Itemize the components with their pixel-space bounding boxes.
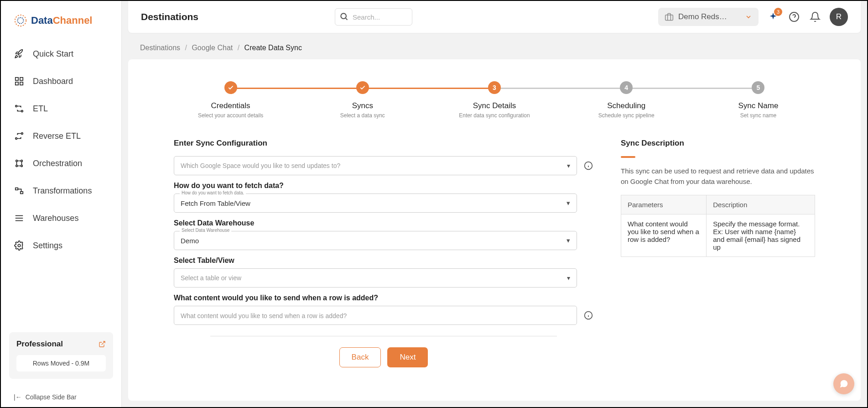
table-row: What content would you like to send when…	[621, 214, 815, 257]
nav-label: Transformations	[33, 186, 92, 196]
rows-moved-badge: Rows Moved - 0.9M	[16, 355, 106, 371]
nav-quick-start[interactable]: Quick Start	[1, 40, 121, 68]
content-label: What content would you like to send when…	[174, 294, 593, 302]
fetch-data-select[interactable]: How do you want to fetch data. Fetch Fro…	[174, 194, 577, 213]
nav-label: Reverse ETL	[33, 131, 81, 141]
step[interactable]: Credentials Select your account details	[165, 81, 296, 119]
nav-settings[interactable]: Settings	[1, 232, 121, 259]
step[interactable]: 4 Scheduling Schedule sync pipeline	[561, 81, 692, 119]
nav-etl[interactable]: ETL	[1, 95, 121, 122]
desc-underline	[621, 156, 635, 158]
info-icon[interactable]	[583, 310, 593, 320]
etl-icon	[14, 103, 25, 114]
bell-button[interactable]	[809, 10, 821, 23]
sidebar: DataChannel Quick Start Dashboard ETL Re…	[1, 1, 122, 407]
sidebar-bottom: Professional Rows Moved - 0.9M	[1, 324, 121, 387]
main: Destinations Demo Reds… 3	[122, 1, 867, 407]
step[interactable]: 5 Sync Name Set sync name	[692, 81, 824, 119]
step-sub: Schedule sync pipeline	[598, 112, 655, 119]
back-button[interactable]: Back	[339, 347, 381, 367]
breadcrumb-link[interactable]: Google Chat	[192, 44, 233, 52]
chevron-down-icon: ▾	[567, 274, 570, 282]
step[interactable]: Syncs Select a data sync	[296, 81, 428, 119]
content: Credentials Select your account details …	[128, 59, 861, 401]
logo[interactable]: DataChannel	[1, 1, 121, 37]
step[interactable]: 3 Sync Details Enter data sync configura…	[428, 81, 560, 119]
step-circle	[356, 81, 369, 94]
warehouse-select[interactable]: Select Data Warehouse Demo ▾	[174, 231, 577, 250]
table-label: Select Table/View	[174, 256, 593, 265]
nav-transformations[interactable]: Transformations	[1, 177, 121, 204]
page-title: Destinations	[141, 11, 198, 22]
nav-label: ETL	[33, 104, 48, 114]
step-sub: Set sync name	[740, 112, 776, 119]
desc-text: This sync can be used to request and ret…	[621, 166, 815, 187]
breadcrumb-sep: /	[238, 44, 239, 52]
breadcrumb-current: Create Data Sync	[244, 44, 302, 52]
nav-label: Dashboard	[33, 77, 73, 86]
fetch-label: How do you want to fetch data?	[174, 182, 593, 190]
table-cell: What content would you like to send when…	[621, 214, 707, 257]
svg-rect-22	[665, 15, 673, 21]
collapse-sidebar[interactable]: |← Collapse Side Bar	[1, 387, 121, 407]
help-button[interactable]	[788, 10, 800, 23]
warehouse-icon	[14, 213, 25, 224]
divider	[210, 336, 557, 336]
svg-rect-4	[16, 82, 18, 85]
stepper: Credentials Select your account details …	[128, 59, 861, 128]
table-select[interactable]: Select a table or view ▾	[174, 268, 577, 288]
form-area: Enter Sync Configuration Which Google Sp…	[128, 128, 861, 401]
nav-orchestration[interactable]: Orchestration	[1, 150, 121, 177]
plan-card[interactable]: Professional Rows Moved - 0.9M	[9, 332, 113, 379]
step-circle: 4	[620, 81, 633, 94]
collapse-label: Collapse Side Bar	[26, 393, 77, 401]
step-title: Sync Name	[738, 101, 778, 110]
nav-reverse-etl[interactable]: Reverse ETL	[1, 122, 121, 150]
float-label: How do you want to fetch data.	[180, 190, 246, 195]
avatar[interactable]: R	[830, 8, 848, 26]
svg-point-8	[21, 133, 23, 135]
step-line	[626, 88, 758, 89]
next-button[interactable]: Next	[387, 347, 428, 367]
svg-rect-3	[20, 78, 23, 80]
form-right: Sync Description This sync can be used t…	[621, 139, 815, 390]
notif-badge: 3	[774, 8, 782, 16]
nav: Quick Start Dashboard ETL Reverse ETL Or…	[1, 37, 121, 324]
gear-icon	[14, 240, 25, 251]
orchestration-icon	[14, 158, 25, 169]
step-line	[494, 88, 626, 89]
svg-point-19	[18, 244, 21, 247]
table-header: Description	[707, 195, 815, 214]
step-title: Credentials	[211, 101, 250, 110]
section-title: Enter Sync Configuration	[174, 139, 593, 148]
svg-rect-2	[16, 78, 18, 80]
topbar-right: Demo Reds… 3 R	[658, 8, 848, 26]
search-icon	[339, 12, 348, 21]
chevron-down-icon: ▾	[567, 236, 570, 245]
nav-warehouses[interactable]: Warehouses	[1, 204, 121, 232]
content-input[interactable]	[174, 306, 577, 325]
sparkle-button[interactable]: 3	[767, 10, 780, 23]
svg-point-7	[21, 110, 23, 112]
button-row: Back Next	[174, 347, 593, 378]
params-table: Parameters Description What content woul…	[621, 195, 815, 257]
plan-name: Professional	[16, 340, 63, 349]
google-space-select[interactable]: Which Google Space would you like to sen…	[174, 156, 577, 175]
logo-icon	[14, 14, 27, 27]
chevron-down-icon: ▾	[567, 162, 570, 169]
nav-label: Settings	[33, 241, 62, 251]
collapse-icon: |←	[14, 393, 22, 401]
breadcrumb-link[interactable]: Destinations	[140, 44, 180, 52]
breadcrumb-sep: /	[185, 44, 187, 52]
svg-point-0	[15, 15, 26, 26]
step-title: Sync Details	[473, 101, 516, 110]
chat-bubble-button[interactable]	[833, 373, 854, 394]
svg-line-21	[346, 18, 348, 20]
workspace-select[interactable]: Demo Reds…	[658, 8, 759, 26]
select-value: Demo	[181, 237, 199, 245]
svg-point-1	[17, 17, 23, 23]
reverse-etl-icon	[14, 131, 25, 141]
external-link-icon	[99, 340, 106, 348]
info-icon[interactable]	[583, 161, 593, 171]
nav-dashboard[interactable]: Dashboard	[1, 68, 121, 95]
